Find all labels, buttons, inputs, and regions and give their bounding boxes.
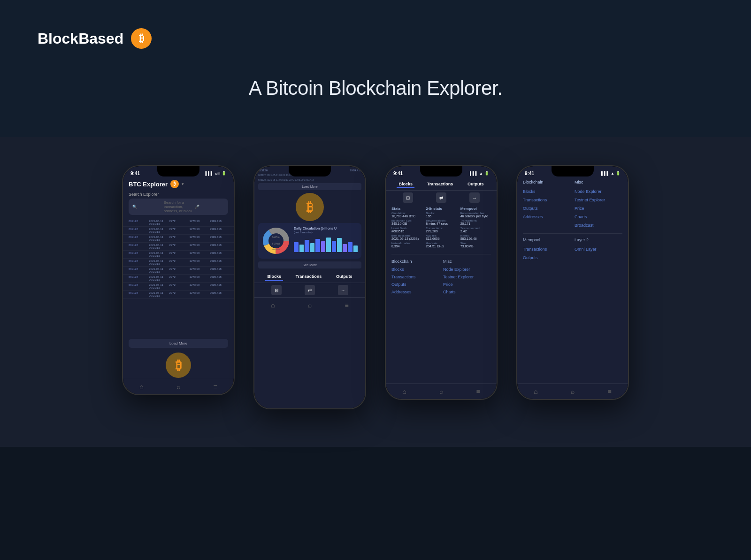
table-row[interactable]: 6831282021-05-11 09:01:1322721273.993999… <box>123 219 234 227</box>
blocks-value: 165 <box>426 215 456 218</box>
menu-item-charts-3[interactable]: Charts <box>443 288 491 296</box>
menu-item-addresses-4[interactable]: Addresses <box>523 213 571 221</box>
menu-header-blockchain: Blockchain <box>391 259 439 264</box>
transactions-icon-3: ⇄ <box>436 192 446 203</box>
menu-item-charts-4[interactable]: Charts <box>575 213 622 221</box>
menu-item-mempool-outputs-4[interactable]: Outputs <box>523 253 571 262</box>
network-nodes-value: 8,394 <box>391 245 422 248</box>
menu-col-mempool-4: Mempool Transactions Outputs <box>523 238 571 262</box>
load-more-button-1[interactable]: Load More <box>129 339 228 348</box>
phone-nav-3: ⌂ ⌕ ≡ <box>386 384 497 399</box>
status-icons-3: ▌▌▌ ▲ 🔋 <box>470 171 489 176</box>
menu-item-blocks-3[interactable]: Blocks <box>391 266 439 273</box>
tab-blocks-2[interactable]: Blocks <box>265 273 283 281</box>
svg-text:Unknown: Unknown <box>272 248 280 251</box>
p1-search-bar[interactable]: 🔍 Search for a transaction, address, or … <box>129 199 228 215</box>
menu-header-blockchain-4: Blockchain <box>523 180 571 184</box>
menu-item-price-3[interactable]: Price <box>443 281 491 288</box>
table-row[interactable]: 6831282021-05-11 09:01:1322721273.993999… <box>123 243 234 251</box>
header-section: BlockBased ₿ A Bitcoin Blockchain Explor… <box>0 0 751 137</box>
rec-fee-value: 46 satoshi per byte <box>460 215 491 218</box>
menu-icon[interactable]: ≡ <box>214 383 217 391</box>
tab-transactions-2[interactable]: Transactions <box>294 273 324 281</box>
table-row[interactable]: 6831282021-05-11 09:01:1322721273.993999… <box>123 259 234 267</box>
home-icon-4[interactable]: ⌂ <box>534 388 537 395</box>
search-nav-icon[interactable]: ⌕ <box>176 383 180 391</box>
menu-item-outputs-3[interactable]: Outputs <box>391 281 439 288</box>
menu-item-blocks-4[interactable]: Blocks <box>523 187 571 196</box>
phone-nav-4: ⌂ ⌕ ≡ <box>517 384 628 399</box>
phones-section: 9:41 ▌▌▌ wifi 🔋 BTC Explorer ₿ ▾ Search … <box>0 137 751 447</box>
tab-outputs-3[interactable]: Outputs <box>466 181 486 188</box>
menu-item-mempool-tx-4[interactable]: Transactions <box>523 245 571 253</box>
table-row[interactable]: 6831282021-05-11 09:01:1322721273.993999… <box>123 283 234 291</box>
menu-header-layer2-4: Layer 2 <box>575 238 622 242</box>
menu-item-testnet-explorer-4[interactable]: Testnet Explorer <box>575 196 622 204</box>
home-icon-3[interactable]: ⌂ <box>402 388 406 395</box>
search-nav-icon-3[interactable]: ⌕ <box>439 388 443 395</box>
status-bar-4: 9:41 ▌▌▌ ▲ 🔋 <box>517 166 628 178</box>
menu-item-outputs-4[interactable]: Outputs <box>523 204 571 213</box>
table-row[interactable]: 6831282021-05-11 09:01:1322721273.993999… <box>123 227 234 235</box>
p2-tab-icons: ⊟ ⇄ → <box>254 283 365 297</box>
phone-nav-1: ⌂ ⌕ ≡ <box>123 379 234 394</box>
menu-col-blockchain-4: Blockchain Blocks Transactions Outputs A… <box>523 180 571 230</box>
transactions-icon-2: ⇄ <box>305 285 315 295</box>
menu-item-broadcast-4[interactable]: Broadcast <box>575 221 622 230</box>
menu-item-omni-layer-4[interactable]: Omni Layer <box>575 245 622 253</box>
p2-secondary-row: 683128 2021-05-11 09:01:13 2272 1273.99 … <box>254 173 365 177</box>
search-nav-icon-2[interactable]: ⌕ <box>308 301 312 309</box>
see-more-button[interactable]: See More <box>258 261 361 268</box>
menu-icon-2[interactable]: ≡ <box>345 301 349 309</box>
p1-footer-logo: ₿ <box>123 350 234 379</box>
tab-blocks-3[interactable]: Blocks <box>397 181 414 188</box>
menu-col-misc: Misc Node Explorer Testnet Explorer Pric… <box>443 259 491 296</box>
tab-outputs-2[interactable]: Outputs <box>334 273 354 281</box>
menu-icon-4[interactable]: ≡ <box>608 388 612 395</box>
phone-2-inner: 683126 9:41 3999.418 683128 2021-05-11 0… <box>254 166 365 408</box>
menu-item-testnet-explorer-3[interactable]: Testnet Explorer <box>443 273 491 281</box>
stats-section: Stats Circulation:18,709,446 BTC Blockch… <box>386 205 497 251</box>
phone-2: 683126 9:41 3999.418 683128 2021-05-11 0… <box>253 165 366 409</box>
chart-title: Daily Circulation (billions U <box>294 227 358 230</box>
menu-item-transactions-4[interactable]: Transactions <box>523 196 571 204</box>
donut-chart: AntPool F2Pool Unknown <box>262 227 290 255</box>
stats-col-3: Mempool Recommended fee:46 satoshi per b… <box>460 207 491 249</box>
table-row[interactable]: 6831282021-05-11 09:01:1322721273.993999… <box>123 235 234 243</box>
menu-header-misc: Misc <box>443 259 491 264</box>
menu-item-addresses-3[interactable]: Addresses <box>391 288 439 296</box>
menu-item-price-4[interactable]: Price <box>575 204 622 213</box>
table-row[interactable]: 6831282021-05-11 09:01:1322721273.993999… <box>123 267 234 275</box>
p1-chevron-icon: ▾ <box>182 182 184 186</box>
outputs-icon-2: → <box>338 285 348 295</box>
menu-header-mempool-4: Mempool <box>523 238 571 242</box>
phone-3: 9:41 ▌▌▌ ▲ 🔋 Blocks Transactions Outputs… <box>385 165 498 400</box>
home-icon[interactable]: ⌂ <box>139 383 143 391</box>
table-row[interactable]: 6831282021-05-11 09:01:1322721273.993999… <box>123 251 234 259</box>
p2-mini-status: 683126 9:41 3999.418 <box>254 166 365 173</box>
status-bar-1: 9:41 ▌▌▌ wifi 🔋 <box>123 166 234 178</box>
search-nav-icon-4[interactable]: ⌕ <box>571 388 575 395</box>
load-more-button-2[interactable]: Load More <box>258 183 361 190</box>
bar-item <box>332 241 337 253</box>
time-3: 9:41 <box>393 171 403 176</box>
tab-transactions-3[interactable]: Transactions <box>425 181 455 188</box>
table-row[interactable]: 6831282021-05-11 09:01:1322721273.993999… <box>123 275 234 283</box>
btc-symbol: ₿ <box>139 32 144 45</box>
stats-header-2: 24h stats <box>426 207 456 211</box>
menu-icon-3[interactable]: ≡ <box>476 388 480 395</box>
search-icon: 🔍 <box>132 205 162 209</box>
table-row[interactable]: 6831282021-05-11 09:01:1322721273.993999… <box>123 291 234 299</box>
blocks-icon-2: ⊟ <box>271 285 282 295</box>
stats-col-1: Stats Circulation:18,709,446 BTC Blockch… <box>391 207 422 249</box>
phone-3-inner: 9:41 ▌▌▌ ▲ 🔋 Blocks Transactions Outputs… <box>386 166 497 399</box>
p2-btc-large-area: ₿ <box>254 191 365 222</box>
home-icon-2[interactable]: ⌂ <box>271 301 275 309</box>
menu-item-node-explorer-4[interactable]: Node Explorer <box>575 187 622 196</box>
menu-item-node-explorer-3[interactable]: Node Explorer <box>443 266 491 273</box>
p1-title: BTC Explorer <box>129 181 168 188</box>
menu-col-blockchain: Blockchain Blocks Transactions Outputs A… <box>391 259 439 296</box>
menu-item-transactions-3[interactable]: Transactions <box>391 273 439 281</box>
time-4: 9:41 <box>525 171 534 176</box>
bar-item <box>353 245 358 252</box>
